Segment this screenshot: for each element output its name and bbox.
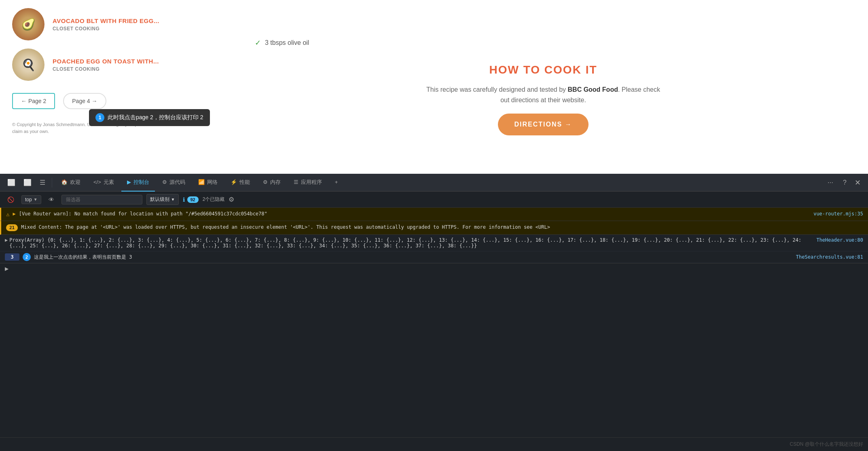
level-select[interactable]: 默认级别 ▼ [146,194,179,205]
tab-application[interactable]: ☰ 应用程序 [288,174,328,192]
warning-source-link-vue-router[interactable]: vue-router.mjs:35 [813,211,863,217]
performance-icon: ⚡ [231,179,237,185]
info-icon-badge: ℹ [183,196,185,203]
console-settings-icon[interactable]: ⚙ [229,196,234,203]
memory-icon: ⚙ [263,179,268,185]
level-dropdown-icon: ▼ [171,197,175,202]
pagination: ← Page 2 Page 4 → [12,93,206,109]
recipe-info-avocado: AVOCADO BLT WITH FRIED EGG... CLOSET COO… [53,17,159,32]
top-level-label: top [25,197,32,202]
top-level-dropdown-icon: ▼ [34,197,38,202]
tooltip-text: 此时我点击page 2，控制台应该打印 2 [108,114,203,121]
recipe-info-poached: POACHED EGG ON TOAST WITH... CLOSET COOK… [53,58,159,72]
watermark-text: CSDN @取个什么名字我还没想好 [785,439,868,449]
page-next-button[interactable]: Page 4 → [63,93,106,109]
recipe-thumb-poached: 🍳 [12,48,44,81]
close-devtools-btn[interactable]: ✕ [851,175,864,190]
cook-description: This recipe was carefully designed and t… [422,84,665,105]
proxy-expand-arrow[interactable]: ▶ [5,237,8,243]
how-to-cook-title: HOW TO COOK IT [489,63,597,76]
directions-button[interactable]: DIRECTIONS → [498,114,588,135]
mixed-content-badge: 21 [6,224,18,231]
hidden-count: 2个已隐藏 [203,196,225,203]
devtools-panel: ⬜ ⬜ ☰ 🏠 欢迎 </> 元素 ▶ 控制台 ⚙ 源代码 📶 网络 ⚡ 性能 [0,174,868,451]
output-message-text: 这是我上一次点击的结果，表明当前页数是 3 [34,254,793,261]
level-label: 默认级别 [150,196,169,203]
tab-network[interactable]: 📶 网络 [193,174,223,192]
olive-oil-text: 3 tbsps olive oil [265,39,309,46]
recipe-title-avocado: AVOCADO BLT WITH FRIED EGG... [53,17,159,24]
mixed-content-text: Mixed Content: The page at '<URL>' was l… [21,224,863,230]
toolbar-separator-1 [52,178,52,188]
tab-memory[interactable]: ⚙ 内存 [257,174,286,192]
tab-elements[interactable]: </> 元素 [88,174,120,192]
recipe-item-avocado[interactable]: 🥑 AVOCADO BLT WITH FRIED EGG... CLOSET C… [12,8,206,40]
console-input-arrow: ▶ [5,266,8,272]
recipe-source-poached: CLOSET COOKING [53,66,159,72]
console-proxy-output: ▶ Proxy(Array) {0: {...}, 1: {...}, 2: {… [0,235,868,251]
filter-bar: 🚫 top ▼ 👁 默认级别 ▼ ℹ 92 2个已隐藏 ⚙ [0,192,868,208]
console-mixed-content: 21 Mixed Content: The page at '<URL>' wa… [0,221,868,235]
description-part1: This recipe was carefully designed and t… [426,86,568,93]
olive-oil-item: ✓ 3 tbsps olive oil [255,38,309,47]
browser-content: 🥑 AVOCADO BLT WITH FRIED EGG... CLOSET C… [0,0,868,174]
inspect-element-btn[interactable]: ⬜ [4,175,19,190]
home-icon: 🏠 [61,179,68,185]
tooltip-bubble: 1 此时我点击page 2，控制台应该打印 2 [89,109,210,126]
filter-input[interactable] [61,195,142,204]
device-toolbar-btn[interactable]: ⬜ [20,175,35,190]
watermark-bar: CSDN @取个什么名字我还没想好 [0,437,868,451]
left-panel: 🥑 AVOCADO BLT WITH FRIED EGG... CLOSET C… [0,0,218,174]
recipe-title-poached: POACHED EGG ON TOAST WITH... [53,58,159,65]
tab-performance[interactable]: ⚡ 性能 [225,174,256,192]
proxy-text: Proxy(Array) {0: {...}, 1: {...}, 2: {..… [9,237,815,249]
add-tab-icon: + [335,179,338,185]
badge-area: ℹ 92 [183,196,199,203]
tooltip-number: 1 [95,113,104,122]
warning-expand-arrow[interactable]: ▶ [13,211,15,217]
warning-triangle-icon: ⚠ [6,211,9,217]
sources-icon: ⚙ [162,179,167,185]
output-badge-number: 2 [23,253,31,261]
more-options-btn[interactable]: ⋯ [823,176,838,189]
console-warning-vue-router: ⚠ ▶ [Vue Router warn]: No match found fo… [0,208,868,221]
console-output-row: 3 2 这是我上一次点击的结果，表明当前页数是 3 TheSearchresul… [0,251,868,263]
proxy-source-link[interactable]: TheHeader.vue:80 [816,237,863,243]
right-panel: ✓ 3 tbsps olive oil HOW TO COOK IT This … [218,0,868,174]
warning-message-vue-router: [Vue Router warn]: No match found for lo… [19,211,811,217]
top-level-selector[interactable]: top ▼ [21,195,41,204]
console-messages: ⚠ ▶ [Vue Router warn]: No match found fo… [0,208,868,437]
tab-welcome[interactable]: 🏠 欢迎 [55,174,86,192]
network-icon: 📶 [198,179,205,185]
badge-count: 92 [187,196,199,203]
clear-console-btn[interactable]: 🚫 [4,195,17,204]
recipe-item-poached[interactable]: 🍳 POACHED EGG ON TOAST WITH... CLOSET CO… [12,48,206,81]
output-line-number: 3 [5,253,19,261]
recipe-thumb-avocado: 🥑 [12,8,44,40]
check-icon: ✓ [255,38,261,47]
tab-sources[interactable]: ⚙ 源代码 [157,174,191,192]
console-icon: ▶ [127,179,131,185]
console-input-row: ▶ [0,263,868,274]
help-btn[interactable]: ? [840,176,850,190]
description-brand: BBC Good Food [568,86,618,93]
devtools-toolbar: ⬜ ⬜ ☰ 🏠 欢迎 </> 元素 ▶ 控制台 ⚙ 源代码 📶 网络 ⚡ 性能 [0,174,868,192]
elements-icon: </> [93,179,101,185]
output-source-link[interactable]: TheSearchresults.vue:81 [796,254,863,260]
tab-console[interactable]: ▶ 控制台 [121,174,155,192]
sidebar-toggle-btn[interactable]: ☰ [36,175,49,190]
tab-add[interactable]: + [329,174,344,191]
recipe-source-avocado: CLOSET COOKING [53,26,159,32]
page-prev-button[interactable]: ← Page 2 [12,93,55,109]
application-icon: ☰ [294,179,299,185]
console-eye-btn[interactable]: 👁 [45,195,57,204]
